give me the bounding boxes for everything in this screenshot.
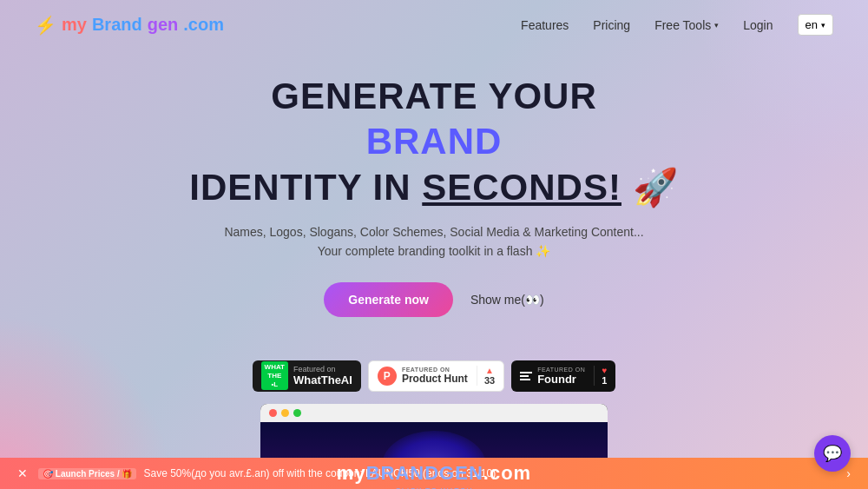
- hero-line2: BRAND: [17, 121, 851, 162]
- logo-brand: Brand: [92, 15, 142, 35]
- generate-button[interactable]: Generate now: [324, 282, 453, 317]
- video-brand: myBRANDGEN.com: [337, 462, 531, 485]
- video-text: myBRANDGEN.com CLICK TO WATCH: [337, 462, 531, 489]
- hero-section: GENERATE YOUR BRAND IDENTITY IN SECONDS!…: [0, 50, 868, 334]
- hero-subtitle: Names, Logos, Slogans, Color Schemes, So…: [17, 222, 851, 261]
- video-titlebar: [260, 404, 608, 422]
- logo-com: .com: [183, 15, 224, 35]
- badges-row: WHAT THE •L Featured on WhatTheAI P FEAT…: [0, 360, 868, 392]
- logo[interactable]: ⚡ myBrandgen.com: [35, 15, 224, 36]
- show-me-button[interactable]: Show me(👀): [470, 293, 544, 307]
- banner-close-button[interactable]: ✕: [17, 466, 28, 480]
- chevron-down-icon: ▾: [714, 21, 719, 30]
- nav-login[interactable]: Login: [743, 18, 773, 32]
- foundr-icon: [520, 372, 532, 380]
- nav-features[interactable]: Features: [521, 18, 569, 32]
- banner-arrow-icon: ›: [846, 466, 851, 480]
- chat-icon: 💬: [823, 444, 842, 463]
- dot-yellow: [281, 409, 289, 417]
- badge-producthunt[interactable]: P FEATURED ON Product Hunt ▲ 33: [368, 360, 504, 392]
- nav: Features Pricing Free Tools ▾ Login en ▾: [521, 14, 833, 36]
- header: ⚡ myBrandgen.com Features Pricing Free T…: [0, 0, 868, 50]
- nav-pricing[interactable]: Pricing: [593, 18, 630, 32]
- producthunt-count: ▲ 33: [477, 366, 495, 386]
- producthunt-icon: P: [378, 367, 397, 386]
- foundr-text: FEATURED ON Foundr: [537, 367, 585, 386]
- whattheai-tag: WHAT THE •L: [261, 361, 288, 390]
- producthunt-text: FEATURED ON Product Hunt: [402, 367, 468, 385]
- badge-foundr[interactable]: FEATURED ON Foundr ♥ 1: [511, 360, 615, 392]
- dot-green: [293, 409, 301, 417]
- logo-gen: gen: [148, 15, 179, 35]
- hero-line1: GENERATE YOUR: [17, 76, 851, 117]
- foundr-count: ♥ 1: [594, 366, 607, 386]
- banner-tag: 🎯 Launch Prices / 🎁: [38, 468, 136, 479]
- hero-line3: IDENTITY IN SECONDS! 🚀: [17, 166, 851, 208]
- lang-chevron-icon: ▾: [821, 21, 825, 30]
- chat-bubble[interactable]: 💬: [814, 435, 851, 472]
- lang-selector[interactable]: en ▾: [798, 14, 833, 36]
- dot-red: [269, 409, 277, 417]
- cta-row: Generate now Show me(👀): [17, 282, 851, 317]
- logo-bolt-icon: ⚡: [35, 15, 56, 36]
- nav-free-tools[interactable]: Free Tools ▾: [654, 18, 719, 32]
- whattheai-text: Featured on WhatTheAI: [293, 365, 352, 387]
- logo-my: my: [62, 15, 87, 35]
- badge-whattheai[interactable]: WHAT THE •L Featured on WhatTheAI: [253, 360, 361, 392]
